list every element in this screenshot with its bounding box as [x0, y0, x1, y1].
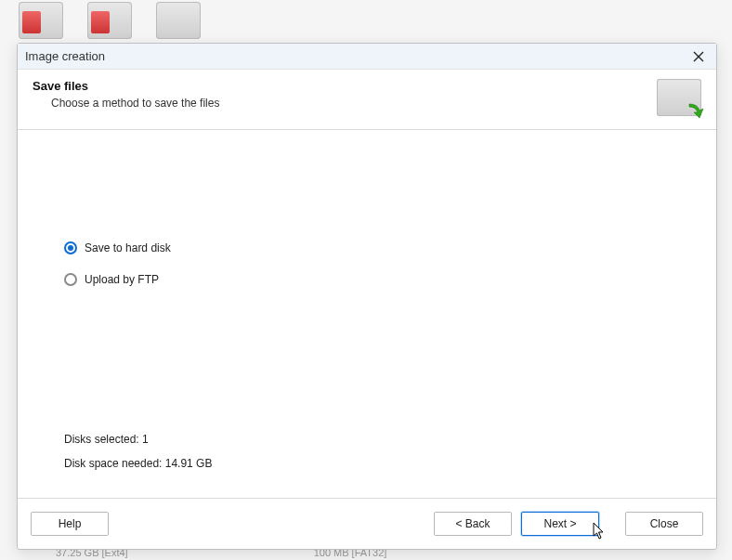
help-button[interactable]: Help — [31, 512, 109, 536]
disk-thumb-2 — [87, 2, 132, 39]
header-title: Save files — [33, 79, 219, 93]
radio-icon — [64, 273, 77, 286]
radio-icon — [64, 241, 77, 254]
radio-upload-ftp[interactable]: Upload by FTP — [64, 273, 670, 286]
dialog-body: Save to hard disk Upload by FTP Disks se… — [18, 130, 716, 498]
dialog-header: Save files Choose a method to save the f… — [18, 70, 716, 130]
header-subtitle: Choose a method to save the files — [51, 97, 219, 110]
disks-selected-line: Disks selected: 1 — [64, 433, 212, 446]
background-disk-thumbnails — [0, 0, 219, 41]
disk-info: Disks selected: 1 Disk space needed: 14.… — [64, 433, 212, 481]
image-creation-dialog: Image creation Save files Choose a metho… — [17, 43, 717, 550]
disk-space-line: Disk space needed: 14.91 GB — [64, 457, 212, 470]
next-button[interactable]: Next > — [521, 512, 599, 536]
dialog-title: Image creation — [25, 49, 105, 63]
dialog-footer: Help < Back Next > Close — [18, 498, 716, 549]
dialog-titlebar: Image creation — [18, 44, 716, 70]
radio-save-hard-disk[interactable]: Save to hard disk — [64, 241, 670, 254]
radio-label: Save to hard disk — [85, 241, 171, 254]
close-button[interactable]: Close — [625, 512, 703, 536]
save-disk-icon — [657, 79, 701, 116]
close-icon[interactable] — [688, 46, 709, 67]
back-button[interactable]: < Back — [434, 512, 512, 536]
radio-label: Upload by FTP — [85, 273, 159, 286]
save-method-options: Save to hard disk Upload by FTP — [64, 241, 670, 286]
disk-thumb-3 — [156, 2, 201, 39]
disk-thumb-1 — [19, 2, 63, 39]
